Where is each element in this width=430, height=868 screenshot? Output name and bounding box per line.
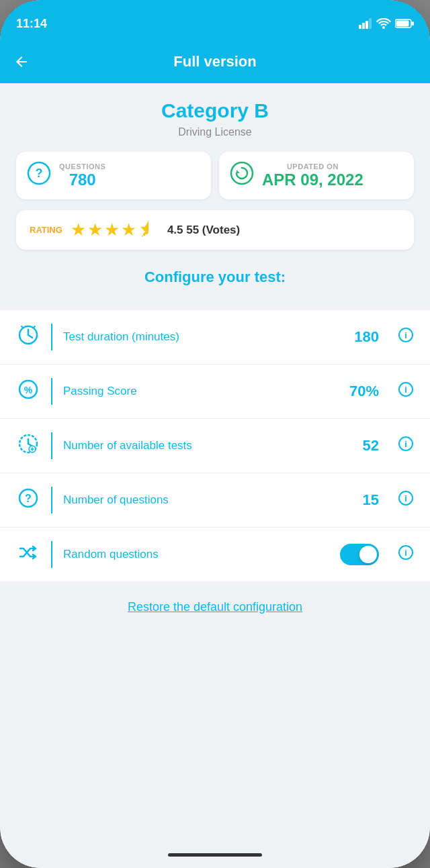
restore-default-button[interactable]: Restore the default configuration bbox=[128, 600, 302, 614]
percent-icon: % bbox=[16, 379, 40, 405]
svg-rect-6 bbox=[412, 21, 414, 26]
svg-text:i: i bbox=[404, 548, 407, 558]
svg-rect-0 bbox=[359, 25, 361, 29]
svg-text:i: i bbox=[404, 385, 407, 395]
questions-value: 780 bbox=[59, 171, 105, 189]
app-header: Full version bbox=[0, 40, 430, 83]
star-1: ★ bbox=[71, 220, 86, 240]
available-tests-value: 52 bbox=[363, 437, 379, 454]
clock-icon bbox=[16, 324, 40, 350]
questions-icon: ? bbox=[27, 161, 51, 190]
svg-text:i: i bbox=[404, 330, 407, 340]
updated-content: UPDATED ON APR 09, 2022 bbox=[262, 162, 363, 189]
svg-rect-3 bbox=[369, 18, 372, 29]
updated-card: UPDATED ON APR 09, 2022 bbox=[219, 152, 414, 199]
status-time: 11:14 bbox=[16, 17, 47, 31]
star-5: ⯨ bbox=[138, 220, 155, 240]
category-subtitle: Driving License bbox=[16, 126, 414, 138]
config-divider bbox=[51, 378, 52, 405]
available-tests-info-icon[interactable]: i bbox=[398, 436, 414, 456]
random-questions-info-icon[interactable]: i bbox=[398, 544, 414, 565]
updated-icon bbox=[230, 161, 254, 190]
num-questions-info-icon[interactable]: i bbox=[398, 490, 414, 510]
questions-label: QUESTIONS bbox=[59, 162, 105, 171]
config-section: Test duration (minutes) 180 i % bbox=[0, 310, 430, 581]
svg-text:i: i bbox=[404, 493, 407, 503]
passing-score-label: Passing Score bbox=[63, 385, 339, 398]
footer-section: Restore the default configuration bbox=[0, 581, 430, 628]
num-questions-value: 15 bbox=[363, 491, 379, 509]
svg-marker-10 bbox=[236, 170, 240, 173]
info-cards: ? QUESTIONS 780 bbox=[16, 152, 414, 199]
rating-label: RATING bbox=[30, 225, 62, 235]
svg-text:i: i bbox=[404, 439, 407, 449]
rating-card: RATING ★ ★ ★ ★ ⯨ 4.5 55 (Votes) bbox=[16, 210, 414, 250]
test-duration-label: Test duration (minutes) bbox=[63, 330, 343, 344]
star-4: ★ bbox=[121, 220, 136, 240]
test-duration-info-icon[interactable]: i bbox=[398, 327, 414, 347]
config-row-test-duration[interactable]: Test duration (minutes) 180 i bbox=[0, 310, 430, 365]
random-questions-toggle[interactable] bbox=[340, 544, 379, 565]
toggle-knob bbox=[359, 546, 377, 563]
passing-score-value: 70% bbox=[349, 383, 379, 400]
svg-text:%: % bbox=[24, 385, 33, 395]
questions-content: QUESTIONS 780 bbox=[59, 162, 105, 189]
passing-score-info-icon[interactable]: i bbox=[398, 381, 414, 401]
signal-icon bbox=[359, 18, 372, 29]
test-duration-value: 180 bbox=[354, 328, 379, 346]
updated-label: UPDATED ON bbox=[262, 162, 363, 171]
svg-point-9 bbox=[231, 162, 253, 184]
config-row-random-questions[interactable]: Random questions i bbox=[0, 528, 430, 581]
config-row-available-tests[interactable]: Number of available tests 52 i bbox=[0, 419, 430, 473]
configure-title: Configure your test: bbox=[16, 263, 414, 299]
svg-rect-5 bbox=[396, 21, 409, 27]
stars: ★ ★ ★ ★ ⯨ bbox=[71, 220, 155, 240]
questions-card: ? QUESTIONS 780 bbox=[16, 152, 211, 199]
svg-rect-2 bbox=[366, 21, 368, 29]
home-bar bbox=[168, 853, 262, 857]
category-title: Category B bbox=[16, 99, 414, 122]
home-indicator bbox=[0, 841, 430, 868]
battery-icon bbox=[395, 19, 414, 28]
header-title: Full version bbox=[173, 53, 256, 70]
back-button[interactable] bbox=[13, 54, 30, 70]
status-bar: 11:14 bbox=[0, 0, 430, 40]
svg-line-13 bbox=[28, 335, 32, 338]
updated-value: APR 09, 2022 bbox=[262, 171, 363, 189]
hero-section: Category B Driving License ? QUESTI bbox=[0, 83, 430, 310]
config-divider bbox=[51, 487, 52, 514]
num-questions-label: Number of questions bbox=[63, 493, 352, 507]
question-icon: ? bbox=[16, 487, 40, 514]
config-divider bbox=[51, 432, 52, 459]
status-icons bbox=[359, 18, 414, 29]
rating-votes: 4.5 55 (Votes) bbox=[167, 224, 240, 237]
wifi-icon bbox=[376, 18, 391, 29]
timer-edit-icon bbox=[16, 433, 40, 459]
star-3: ★ bbox=[104, 220, 120, 240]
svg-text:?: ? bbox=[25, 493, 32, 504]
config-row-passing-score[interactable]: % Passing Score 70% i bbox=[0, 365, 430, 419]
config-row-num-questions[interactable]: ? Number of questions 15 i bbox=[0, 473, 430, 528]
available-tests-label: Number of available tests bbox=[63, 439, 352, 452]
svg-text:?: ? bbox=[36, 166, 43, 180]
star-2: ★ bbox=[87, 220, 103, 240]
main-content: Category B Driving License ? QUESTI bbox=[0, 83, 430, 841]
config-divider bbox=[51, 541, 52, 568]
shuffle-icon bbox=[16, 542, 40, 568]
random-questions-label: Random questions bbox=[63, 548, 329, 561]
svg-rect-1 bbox=[362, 23, 365, 29]
config-divider bbox=[51, 324, 52, 350]
